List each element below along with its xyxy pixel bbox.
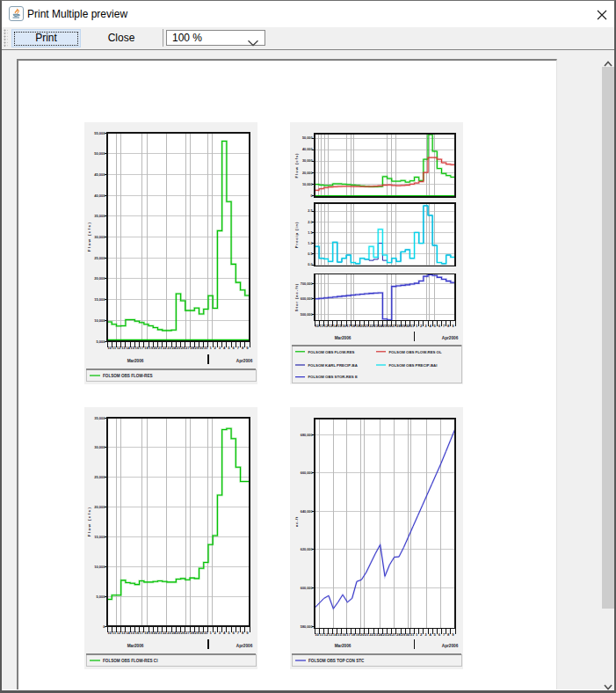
svg-text:23: 23 bbox=[373, 632, 378, 637]
svg-text:28: 28 bbox=[396, 324, 401, 328]
svg-text:FOLSOM OBS FLOW-RES CI: FOLSOM OBS FLOW-RES CI bbox=[103, 659, 157, 663]
svg-text:30,000: 30,000 bbox=[302, 159, 313, 163]
svg-text:660,000: 660,000 bbox=[301, 471, 313, 475]
svg-text:FOLSOM OBS FLOW-RES: FOLSOM OBS FLOW-RES bbox=[308, 350, 355, 354]
svg-text:10: 10 bbox=[107, 631, 112, 635]
svg-text:17: 17 bbox=[346, 324, 351, 328]
svg-text:20: 20 bbox=[153, 631, 157, 635]
svg-text:Stor (ac-ft): Stor (ac-ft) bbox=[294, 283, 299, 311]
svg-text:12: 12 bbox=[324, 632, 329, 637]
svg-text:30,000: 30,000 bbox=[94, 445, 105, 449]
svg-text:1.0: 1.0 bbox=[308, 242, 312, 245]
svg-text:28: 28 bbox=[190, 631, 194, 635]
svg-text:600,000: 600,000 bbox=[301, 297, 313, 301]
svg-text:15,000: 15,000 bbox=[94, 297, 105, 302]
svg-text:0: 0 bbox=[310, 194, 312, 198]
svg-text:26: 26 bbox=[181, 631, 185, 635]
svg-text:FOLSOM OBS STOR-RES E: FOLSOM OBS STOR-RES E bbox=[308, 375, 358, 379]
svg-text:700,000: 700,000 bbox=[301, 282, 313, 286]
svg-text:2.0: 2.0 bbox=[308, 221, 312, 224]
svg-text:FOLSOM OBS PRECIP-BAI: FOLSOM OBS PRECIP-BAI bbox=[389, 363, 438, 368]
svg-text:24: 24 bbox=[378, 632, 382, 637]
svg-text:50,000: 50,000 bbox=[94, 151, 105, 156]
svg-text:28: 28 bbox=[190, 346, 194, 350]
svg-text:40,000: 40,000 bbox=[94, 193, 105, 198]
svg-text:14: 14 bbox=[126, 346, 130, 350]
svg-text:20: 20 bbox=[360, 324, 365, 328]
svg-text:FOLSOM OBS TOP CON STC: FOLSOM OBS TOP CON STC bbox=[308, 659, 365, 663]
svg-text:FOLSOM KARL PRECIP-BA: FOLSOM KARL PRECIP-BA bbox=[308, 363, 358, 368]
svg-text:Mar2006: Mar2006 bbox=[335, 644, 351, 648]
svg-text:Apr2006: Apr2006 bbox=[442, 336, 459, 340]
svg-text:26: 26 bbox=[388, 324, 392, 328]
svg-text:Mar2006: Mar2006 bbox=[335, 336, 351, 340]
svg-text:Precip (in): Precip (in) bbox=[294, 222, 299, 249]
svg-text:15,000: 15,000 bbox=[94, 535, 105, 539]
svg-text:20: 20 bbox=[153, 346, 157, 350]
svg-text:0.5: 0.5 bbox=[308, 252, 312, 256]
svg-text:40,000: 40,000 bbox=[302, 148, 313, 151]
svg-text:26: 26 bbox=[181, 346, 185, 350]
svg-text:620,000: 620,000 bbox=[301, 548, 313, 551]
svg-text:12: 12 bbox=[117, 346, 121, 350]
svg-text:29: 29 bbox=[401, 324, 405, 328]
svg-text:45,000: 45,000 bbox=[94, 172, 105, 177]
svg-text:13: 13 bbox=[329, 324, 333, 328]
svg-text:30: 30 bbox=[405, 632, 409, 637]
svg-text:22: 22 bbox=[163, 631, 167, 635]
svg-text:50,000: 50,000 bbox=[302, 136, 313, 140]
svg-text:10,000: 10,000 bbox=[302, 183, 313, 186]
svg-text:11: 11 bbox=[319, 632, 323, 637]
svg-text:ac-ft: ac-ft bbox=[294, 516, 299, 527]
svg-text:29: 29 bbox=[195, 346, 199, 350]
svg-text:0.0: 0.0 bbox=[308, 263, 312, 266]
svg-text:27: 27 bbox=[185, 631, 190, 635]
svg-text:Apr2006: Apr2006 bbox=[236, 644, 253, 648]
svg-text:5,000: 5,000 bbox=[96, 595, 105, 599]
svg-text:30: 30 bbox=[405, 324, 409, 328]
svg-text:27: 27 bbox=[185, 346, 190, 350]
svg-text:20,000: 20,000 bbox=[94, 276, 105, 281]
svg-text:11: 11 bbox=[319, 324, 323, 328]
svg-text:10: 10 bbox=[315, 324, 319, 328]
svg-text:580,000: 580,000 bbox=[301, 625, 313, 629]
svg-text:Flow (cfs): Flow (cfs) bbox=[294, 153, 299, 179]
svg-text:22: 22 bbox=[369, 324, 373, 328]
svg-text:26: 26 bbox=[388, 632, 392, 637]
svg-text:25,000: 25,000 bbox=[94, 475, 105, 479]
svg-text:5,000: 5,000 bbox=[96, 339, 105, 344]
svg-text:23: 23 bbox=[167, 631, 171, 635]
svg-text:Flow (cfs): Flow (cfs) bbox=[87, 507, 91, 537]
svg-text:35,000: 35,000 bbox=[94, 214, 105, 218]
svg-text:2.5: 2.5 bbox=[308, 209, 312, 213]
svg-text:600,000: 600,000 bbox=[301, 587, 313, 590]
svg-text:19: 19 bbox=[356, 324, 360, 328]
svg-text:18: 18 bbox=[351, 632, 355, 637]
svg-text:28: 28 bbox=[396, 632, 401, 637]
svg-text:21: 21 bbox=[158, 631, 163, 635]
svg-text:10: 10 bbox=[107, 346, 112, 350]
svg-text:18: 18 bbox=[144, 631, 149, 635]
svg-text:19: 19 bbox=[356, 632, 360, 637]
svg-text:18: 18 bbox=[351, 324, 355, 328]
svg-text:25,000: 25,000 bbox=[94, 256, 105, 260]
svg-text:Apr2006: Apr2006 bbox=[442, 644, 459, 648]
svg-text:Mar2006: Mar2006 bbox=[127, 359, 144, 363]
svg-text:Apr2006: Apr2006 bbox=[236, 359, 253, 363]
svg-text:12: 12 bbox=[117, 631, 121, 635]
svg-text:500,000: 500,000 bbox=[301, 313, 313, 317]
svg-text:Flow (cfs): Flow (cfs) bbox=[87, 222, 91, 252]
svg-text:23: 23 bbox=[373, 324, 378, 328]
svg-text:30: 30 bbox=[199, 631, 204, 635]
svg-text:13: 13 bbox=[121, 346, 126, 350]
svg-text:27: 27 bbox=[392, 632, 396, 637]
svg-text:14: 14 bbox=[333, 632, 337, 637]
svg-text:14: 14 bbox=[126, 631, 130, 635]
svg-text:13: 13 bbox=[121, 631, 126, 635]
svg-text:29: 29 bbox=[195, 631, 199, 635]
svg-text:20: 20 bbox=[360, 632, 365, 637]
svg-text:10: 10 bbox=[315, 632, 319, 637]
svg-text:25: 25 bbox=[177, 631, 181, 635]
svg-text:21: 21 bbox=[158, 346, 163, 350]
svg-text:16: 16 bbox=[342, 324, 346, 328]
